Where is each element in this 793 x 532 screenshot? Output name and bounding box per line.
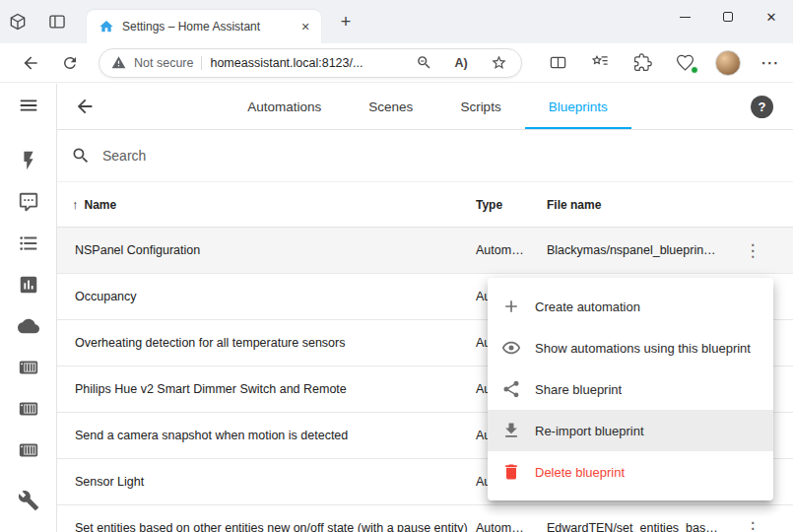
sidebar-item-energy[interactable] (9, 140, 48, 181)
profile-avatar[interactable] (706, 47, 749, 79)
plus-icon (501, 297, 521, 316)
zoom-out-icon[interactable] (409, 50, 438, 76)
column-header-file-name[interactable]: File name (539, 198, 726, 212)
download-icon (501, 421, 521, 440)
ha-sidebar (0, 84, 57, 532)
url-text[interactable]: homeassistant.local:8123/... (210, 56, 401, 70)
row-menu-icon[interactable]: ⋮ (738, 235, 767, 265)
settings-menu-icon[interactable]: ⋯ (749, 47, 791, 79)
sort-ascending-icon: ↑ (72, 197, 79, 212)
refresh-icon[interactable] (53, 47, 87, 79)
favorites-icon[interactable] (579, 47, 622, 79)
split-screen-icon[interactable] (537, 47, 579, 79)
maximize-button[interactable] (706, 0, 750, 33)
sidebar-nav (9, 140, 48, 521)
table-row[interactable]: NSPanel Configuration Autom… Blackymas/n… (57, 228, 793, 274)
tab-close-icon[interactable]: ✕ (296, 17, 315, 36)
new-tab-button[interactable]: + (331, 7, 361, 36)
share-icon (501, 379, 521, 399)
browser-tab[interactable]: Settings – Home Assistant ✕ (87, 10, 321, 43)
sidebar-item-lists[interactable] (9, 223, 48, 264)
search-row (57, 130, 793, 182)
browser-tab-strip: Settings – Home Assistant ✕ + ✕ (0, 0, 793, 43)
search-icon (71, 146, 91, 166)
column-header-type[interactable]: Type (468, 198, 539, 212)
help-icon[interactable]: ? (751, 96, 773, 118)
sidebar-item-storage-3[interactable] (9, 430, 48, 471)
context-menu: Create automation Show automations using… (488, 278, 773, 500)
delete-icon (501, 462, 521, 482)
tab-scenes[interactable]: Scenes (345, 84, 436, 129)
address-divider (201, 56, 202, 70)
ha-header-tabs: Automations Scenes Scripts Blueprints (104, 84, 751, 129)
address-bar[interactable]: Not secure homeassistant.local:8123/... … (99, 48, 522, 78)
sidebar-menu-icon[interactable] (12, 90, 45, 121)
search-input[interactable] (102, 148, 793, 164)
tab-blueprints[interactable]: Blueprints (525, 84, 631, 129)
tab-scripts[interactable]: Scripts (436, 84, 524, 129)
essentials-status-dot (691, 66, 698, 74)
toolbar-right-icons: ⋯ (537, 47, 791, 79)
back-icon[interactable] (14, 47, 47, 79)
tab-automations[interactable]: Automations (224, 84, 345, 129)
not-secure-warning-icon[interactable] (111, 55, 126, 70)
security-label[interactable]: Not secure (134, 56, 193, 70)
close-button[interactable]: ✕ (750, 0, 793, 33)
browser-essentials-icon[interactable] (664, 47, 706, 79)
menu-item-create-automation[interactable]: Create automation (488, 286, 773, 327)
column-header-name[interactable]: ↑ Name (57, 197, 468, 212)
table-header: ↑ Name Type File name (57, 182, 793, 228)
menu-item-share-blueprint[interactable]: Share blueprint (488, 368, 773, 410)
favorite-star-icon[interactable] (484, 50, 513, 76)
sidebar-item-storage-2[interactable] (9, 388, 48, 430)
menu-item-show-automations[interactable]: Show automations using this blueprint (488, 327, 773, 368)
window-controls: ✕ (663, 0, 793, 33)
home-assistant-favicon (99, 19, 114, 34)
minimize-button[interactable] (663, 0, 706, 33)
extensions-icon[interactable] (622, 47, 664, 79)
table-row[interactable]: Set entities based on other entities new… (57, 505, 793, 532)
workspaces-icon[interactable] (2, 6, 33, 37)
sidebar-item-history[interactable] (9, 264, 48, 305)
menu-item-delete-blueprint[interactable]: Delete blueprint (488, 451, 773, 493)
browser-window: Settings – Home Assistant ✕ + ✕ Not secu… (0, 0, 793, 532)
sidebar-item-storage-1[interactable] (9, 347, 48, 388)
app-back-icon[interactable] (65, 87, 104, 126)
sidebar-item-developer-tools[interactable] (9, 480, 48, 521)
menu-item-reimport-blueprint[interactable]: Re-import blueprint (488, 410, 773, 451)
browser-toolbar: Not secure homeassistant.local:8123/... … (0, 43, 793, 83)
ha-appbar: Automations Scenes Scripts Blueprints ? (57, 84, 793, 130)
sidebar-item-assist[interactable] (9, 181, 48, 223)
row-menu-icon[interactable]: ⋮ (738, 513, 767, 532)
sidebar-item-cloud[interactable] (9, 305, 48, 347)
tab-title: Settings – Home Assistant (122, 20, 288, 33)
vertical-tabs-icon[interactable] (41, 6, 73, 37)
read-aloud-icon[interactable]: A) (446, 50, 476, 76)
eye-icon (501, 338, 521, 358)
